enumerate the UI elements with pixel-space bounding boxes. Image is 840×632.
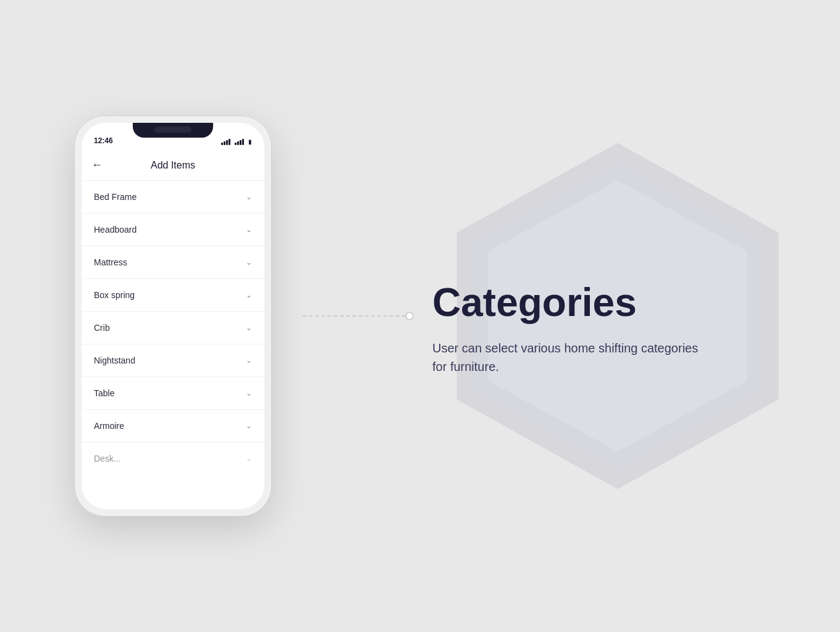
status-icons: ▮ (221, 138, 252, 145)
signal-bars2-icon (235, 139, 244, 145)
item-label-table: Table (94, 388, 114, 398)
list-item-mattress[interactable]: Mattress ⌄ (82, 246, 264, 279)
list-item-nightstand[interactable]: Nightstand ⌄ (82, 344, 264, 377)
bar6 (237, 141, 239, 145)
right-panel: Categories User can select various home … (432, 256, 791, 376)
item-label-bed-frame: Bed Frame (94, 192, 136, 202)
bar7 (240, 140, 242, 145)
chevron-icon-5: ⌄ (246, 356, 252, 365)
bar1 (221, 143, 223, 145)
chevron-icon-3: ⌄ (246, 291, 252, 299)
categories-heading: Categories (432, 281, 791, 324)
categories-description: User can select various home shifting ca… (432, 339, 704, 376)
notch-pill (154, 127, 191, 133)
header-title: Add Items (151, 160, 195, 171)
phone-screen: 12:46 (82, 123, 264, 509)
chevron-icon-2: ⌄ (246, 258, 252, 267)
item-label-desk: Desk... (94, 454, 121, 464)
list-item-table[interactable]: Table ⌄ (82, 377, 264, 410)
chevron-icon-4: ⌄ (246, 323, 252, 332)
phone-mockup: 12:46 (74, 115, 272, 517)
phone-notch (133, 123, 213, 138)
back-button[interactable]: ← (91, 159, 103, 172)
list-item-headboard[interactable]: Headboard ⌄ (82, 214, 264, 246)
scene: 12:46 (0, 0, 840, 632)
status-time: 12:46 (94, 136, 113, 145)
chevron-icon-1: ⌄ (246, 225, 252, 234)
item-label-crib: Crib (94, 323, 110, 333)
list-item-box-spring[interactable]: Box spring ⌄ (82, 279, 264, 312)
chevron-icon-0: ⌄ (246, 193, 252, 201)
list-item-bed-frame[interactable]: Bed Frame ⌄ (82, 181, 264, 214)
item-label-box-spring: Box spring (94, 290, 135, 300)
battery-icon: ▮ (248, 138, 252, 145)
connector-line (303, 315, 414, 317)
app-header: ← Add Items (82, 150, 264, 181)
dashed-segment (303, 315, 406, 317)
bar4 (229, 139, 230, 145)
item-label-armoire: Armoire (94, 421, 124, 431)
chevron-icon-8: ⌄ (246, 454, 252, 463)
phone-body: 12:46 (74, 115, 272, 517)
chevron-icon-6: ⌄ (246, 389, 252, 397)
bar2 (224, 141, 225, 145)
item-label-headboard: Headboard (94, 225, 136, 235)
items-list: Bed Frame ⌄ Headboard ⌄ Mattress ⌄ Box s… (82, 181, 264, 475)
item-label-mattress: Mattress (94, 257, 127, 267)
list-item-armoire[interactable]: Armoire ⌄ (82, 410, 264, 443)
chevron-icon-7: ⌄ (246, 422, 252, 430)
bar8 (242, 139, 244, 145)
signal-bars-icon (221, 139, 230, 145)
list-item-desk[interactable]: Desk... ⌄ (82, 443, 264, 475)
list-item-crib[interactable]: Crib ⌄ (82, 312, 264, 344)
bar5 (235, 143, 237, 145)
item-label-nightstand: Nightstand (94, 356, 135, 365)
connector-dot (405, 312, 414, 320)
bar3 (226, 140, 228, 145)
